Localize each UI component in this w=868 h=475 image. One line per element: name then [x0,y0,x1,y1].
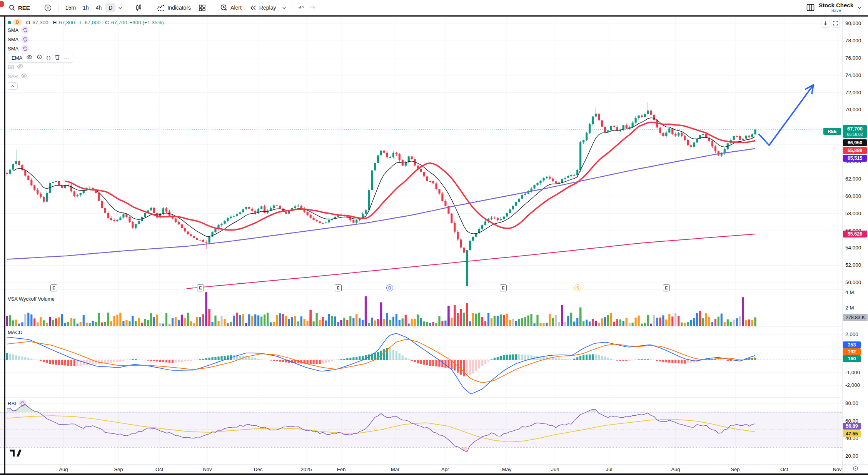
rsi-badge: 56.89 [843,423,861,430]
indicator-row-bb-4[interactable]: BB [8,62,164,72]
open-value: 67,300 [32,20,48,25]
time-axis-label: Jun [551,467,559,472]
price-axis-label: 62,000 [845,176,861,182]
trend-arrow-drawing[interactable] [759,85,813,145]
indicator-label: BB [8,64,14,70]
indicator-row-sma-0[interactable]: SMA [8,25,164,35]
indicator-label: EMA [12,55,22,61]
indicator-label: SAR [8,74,18,79]
alert-button[interactable]: Alert [217,2,245,13]
time-axis-label: 2025 [301,467,312,472]
plus-circle-icon [44,4,52,12]
volume-pane-label[interactable]: VSA Wyckoff Volume [8,296,55,302]
source-code-icon[interactable]: { } [46,55,51,60]
eye-off-icon[interactable] [17,64,23,70]
sync-loading-icon[interactable] [21,35,29,43]
chevron-down-icon[interactable] [116,6,124,10]
chevron-down-icon[interactable] [857,5,862,10]
macd-axis-label: 2,000 [845,331,858,337]
eye-off-icon[interactable] [21,73,27,80]
save-button[interactable]: Save [819,8,853,13]
toolbar-divider [58,3,59,12]
legend-collapse-button[interactable] [8,82,18,90]
tradingview-logo[interactable] [10,450,22,458]
macd-pane [0,333,842,393]
indicator-row-sma-1[interactable]: SMA [8,35,164,44]
replay-label: Replay [259,5,276,11]
time-axis-label: Dec [254,467,262,472]
layout-title-block[interactable]: Stock Check Save [819,2,853,13]
macd-badge: 192 [843,348,861,355]
undo-button[interactable]: ↶ [295,4,306,12]
delete-icon[interactable] [55,54,60,61]
ohlc-legend-row[interactable]: D O67,300 H67,800 L67,000 C67,700 +900 (… [8,19,164,25]
price-badge: 65,889 [843,147,867,154]
indicator-templates-button[interactable] [195,2,209,13]
timeframe-button-D[interactable]: D [105,3,115,12]
macd-pane-label[interactable]: MACD [8,329,22,335]
interval-badge: D [13,19,22,25]
rsi-pane-label-row[interactable]: RSI [8,400,27,407]
indicator-hover-toolbar: EMA{ }⋯ [8,53,73,63]
indicators-button[interactable]: Indicators [154,2,194,13]
reset-scale-button[interactable] [831,19,840,28]
price-axis-label: 74,000 [845,72,861,78]
sync-loading-icon [19,400,27,407]
compare-add-button[interactable] [41,2,55,13]
close-label: C [105,20,109,25]
indicator-row-ema-3[interactable]: EMA{ }⋯ [8,53,164,62]
event-marker-s[interactable]: S [574,284,581,291]
price-axis-label: 76,000 [845,55,861,61]
event-marker-e[interactable]: E [663,284,670,291]
indicators-icon [157,4,165,12]
replay-button[interactable]: Replay [246,2,280,13]
axis-settings-icon[interactable] [853,466,858,473]
price-axis-label: 80,000 [845,20,861,26]
event-marker-e[interactable]: E [197,284,204,291]
redo-button[interactable]: ↷ [307,4,318,12]
scroll-to-realtime-button[interactable] [821,19,830,28]
timeframe-button-1h[interactable]: 1h [80,3,92,12]
indicator-label: SMA [8,37,18,42]
volume-axis-label: 4 M [845,289,854,295]
time-axis-label: Mar [391,467,399,472]
event-marker-e[interactable]: E [500,284,507,291]
timeframe-button-15m[interactable]: 15m [62,3,79,12]
event-marker-e[interactable]: E [50,284,57,291]
toolbar-divider [37,3,37,12]
indicator-row-sma-2[interactable]: SMA [8,44,164,53]
layout-columns-icon[interactable] [806,3,815,12]
volume-badge: 278.83 K [843,314,868,321]
sync-loading-icon[interactable] [21,45,29,52]
time-axis-label: Sep [731,467,739,472]
macd-axis-label: -2,000 [845,382,860,388]
eye-icon[interactable] [26,54,33,61]
event-marker-d[interactable]: D [386,284,393,291]
alert-clock-icon [220,4,228,12]
sync-loading-icon[interactable] [21,26,29,34]
indicator-label: SMA [8,27,18,33]
timeframe-button-4h[interactable]: 4h [93,3,105,12]
time-axis-label: Aug [671,467,680,472]
price-axis-label: 50,000 [845,279,861,285]
symbol-search-button[interactable]: REE [5,3,33,13]
time-axis-label: Oct [780,467,788,472]
chevron-down-icon[interactable] [280,6,288,10]
price-axis-label: 78,000 [845,38,861,43]
indicator-row-sar-5[interactable]: SAR [8,72,164,81]
layout-title: Stock Check [819,2,853,8]
left-edge-bar [4,17,5,473]
low-label: L [80,20,83,25]
chart-type-button[interactable] [132,2,146,13]
settings-hexagon-icon[interactable] [37,54,42,61]
more-options-icon[interactable]: ⋯ [64,55,69,61]
replay-icon [249,4,257,12]
time-axis-label: May [502,467,512,472]
high-label: H [53,20,57,25]
window-divider [0,473,868,475]
symbol-label: REE [18,5,30,11]
event-marker-e[interactable]: E [335,284,342,291]
macd-line [7,333,755,393]
price-axis-label: 54,000 [845,245,861,251]
time-axis-label: Sep [114,467,123,472]
